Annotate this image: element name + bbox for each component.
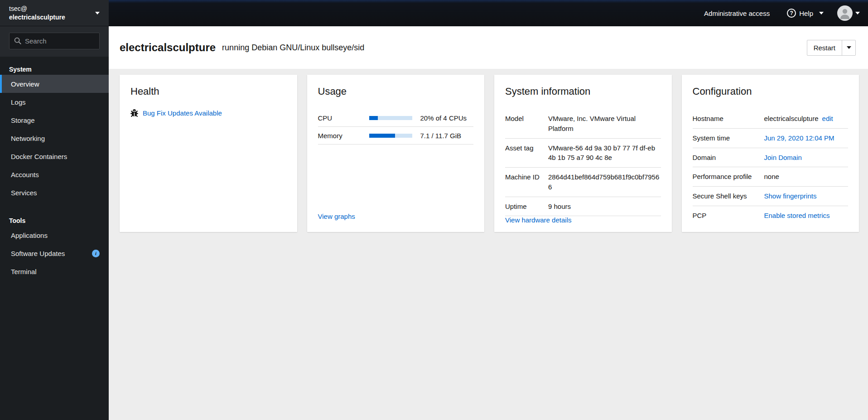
machine-id-value: 2864d41bef864d759b681f9c0bf79566 — [548, 172, 661, 192]
chevron-down-icon — [95, 12, 100, 14]
sidebar-item-storage[interactable]: Storage — [0, 111, 109, 129]
edit-hostname-link[interactable]: edit — [822, 115, 833, 122]
search-icon — [14, 37, 22, 45]
os-subtitle: running Debian GNU/Linux bullseye/sid — [222, 43, 364, 53]
memory-usage-row: Memory 7.1 / 11.7 GiB — [318, 127, 474, 145]
overview-content: Health Bug Fix Updates Available Usage C… — [109, 69, 868, 420]
chevron-down-icon — [847, 46, 851, 49]
nav-heading-system: System — [0, 63, 109, 75]
bug-fix-updates-link[interactable]: Bug Fix Updates Available — [143, 109, 222, 117]
user-menu[interactable] — [837, 5, 860, 21]
chevron-down-icon — [819, 12, 824, 14]
search-input[interactable] — [9, 33, 100, 49]
sidebar-item-label: Services — [11, 189, 37, 197]
hostname-label: Hostname — [693, 114, 764, 124]
info-icon: i — [92, 250, 100, 257]
sidebar-item-label: Software Updates — [11, 250, 65, 257]
secure-shell-keys-row: Secure Shell keys Show fingerprints — [693, 187, 849, 206]
memory-usage-value: 7.1 / 11.7 GiB — [420, 132, 462, 140]
memory-progress-bar — [369, 134, 412, 138]
sidebar-item-applications[interactable]: Applications — [0, 226, 109, 244]
cpu-label: CPU — [318, 114, 369, 122]
restart-split-button: Restart — [807, 40, 856, 56]
sidebar-item-label: Networking — [11, 135, 45, 142]
model-row: Model VMware, Inc. VMware Virtual Platfo… — [505, 109, 661, 139]
user-silhouette-icon — [837, 5, 853, 21]
sidebar-item-terminal[interactable]: Terminal — [0, 262, 109, 280]
chevron-down-icon — [855, 12, 860, 14]
model-label: Model — [505, 114, 548, 134]
cpu-progress-bar — [369, 116, 412, 120]
page-title: electricalsculpture — [120, 41, 216, 54]
secure-shell-keys-label: Secure Shell keys — [693, 191, 764, 201]
health-card: Health Bug Fix Updates Available — [120, 75, 297, 232]
restart-button[interactable]: Restart — [807, 40, 842, 55]
view-graphs-link[interactable]: View graphs — [318, 212, 355, 220]
sidebar-item-label: Applications — [11, 232, 48, 239]
sidebar-item-label: Logs — [11, 98, 26, 106]
domain-row: Domain Join Domain — [693, 148, 849, 168]
uptime-row: Uptime 9 hours — [505, 197, 661, 217]
memory-label: Memory — [318, 132, 369, 140]
asset-tag-label: Asset tag — [505, 143, 548, 163]
sidebar-item-logs[interactable]: Logs — [0, 93, 109, 111]
card-title: Configuration — [693, 86, 849, 97]
performance-profile-value: none — [764, 173, 779, 180]
sidebar-item-software-updates[interactable]: Software Updates i — [0, 244, 109, 262]
administrative-access-button[interactable]: Administrative access — [699, 7, 774, 20]
system-time-label: System time — [693, 133, 764, 143]
uptime-label: Uptime — [505, 202, 548, 212]
sidebar-item-accounts[interactable]: Accounts — [0, 165, 109, 183]
machine-id-label: Machine ID — [505, 172, 548, 192]
enable-stored-metrics-link[interactable]: Enable stored metrics — [764, 212, 830, 219]
usage-card: Usage CPU 20% of 4 CPUs Memory 7.1 / 11.… — [307, 75, 485, 232]
system-information-card: System information Model VMware, Inc. VM… — [494, 75, 672, 232]
asset-tag-value: VMware-56 4d 9a 30 b7 77 7f df-eb 4b 1b … — [548, 143, 661, 163]
sidebar-item-label: Overview — [11, 80, 39, 88]
host-switcher-user: tsec@ — [9, 5, 95, 13]
domain-label: Domain — [693, 153, 764, 163]
bug-icon — [130, 109, 138, 117]
help-label: Help — [799, 10, 813, 17]
help-icon: ? — [787, 9, 796, 18]
nav-section-tools: Tools Applications Software Updates i Te… — [0, 214, 109, 280]
masthead: Administrative access ? Help — [109, 0, 868, 26]
sidebar: tsec@ electricalsculpture System Overvie… — [0, 0, 109, 420]
performance-profile-label: Performance profile — [693, 172, 764, 182]
sidebar-item-services[interactable]: Services — [0, 183, 109, 202]
card-title: System information — [505, 86, 661, 97]
nav-heading-tools: Tools — [0, 214, 109, 226]
card-title: Usage — [318, 86, 474, 97]
hostname-row: Hostname electricalsculptureedit — [693, 109, 849, 129]
host-switcher-host: electricalsculpture — [9, 13, 95, 22]
sidebar-item-overview[interactable]: Overview — [0, 75, 109, 93]
sidebar-item-label: Terminal — [11, 268, 37, 275]
host-switcher[interactable]: tsec@ electricalsculpture — [0, 0, 109, 26]
sidebar-item-label: Docker Containers — [11, 153, 67, 160]
hostname-value: electricalsculpture — [764, 115, 819, 122]
pcp-row: PCP Enable stored metrics — [693, 206, 849, 225]
sidebar-item-label: Storage — [11, 116, 35, 124]
view-hardware-details-link[interactable]: View hardware details — [505, 216, 571, 224]
pcp-label: PCP — [693, 211, 764, 221]
cpu-usage-value: 20% of 4 CPUs — [420, 114, 467, 122]
restart-dropdown-toggle[interactable] — [842, 40, 855, 55]
asset-tag-row: Asset tag VMware-56 4d 9a 30 b7 77 7f df… — [505, 139, 661, 168]
sidebar-item-label: Accounts — [11, 171, 39, 179]
help-menu[interactable]: ? Help — [787, 9, 824, 18]
sidebar-item-networking[interactable]: Networking — [0, 129, 109, 147]
card-title: Health — [130, 86, 286, 97]
uptime-value: 9 hours — [548, 202, 661, 212]
model-value: VMware, Inc. VMware Virtual Platform — [548, 114, 661, 134]
machine-id-row: Machine ID 2864d41bef864d759b681f9c0bf79… — [505, 168, 661, 197]
performance-profile-row: Performance profile none — [693, 167, 849, 187]
sidebar-item-docker-containers[interactable]: Docker Containers — [0, 147, 109, 165]
join-domain-link[interactable]: Join Domain — [764, 154, 802, 161]
system-time-link[interactable]: Jun 29, 2020 12:04 PM — [764, 134, 834, 142]
configuration-card: Configuration Hostname electricalsculptu… — [682, 75, 859, 232]
avatar — [837, 5, 853, 21]
nav-section-system: System Overview Logs Storage Networking … — [0, 63, 109, 202]
cpu-usage-row: CPU 20% of 4 CPUs — [318, 109, 474, 127]
show-fingerprints-link[interactable]: Show fingerprints — [764, 192, 817, 200]
page-header: electricalsculpture running Debian GNU/L… — [109, 26, 868, 69]
